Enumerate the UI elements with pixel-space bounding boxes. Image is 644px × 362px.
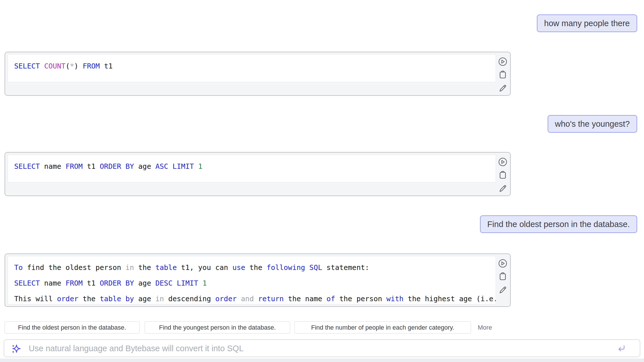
bottom-divider-strip: [0, 359, 644, 362]
clipboard-icon: [498, 170, 508, 180]
user-message-bubble: how many people there: [537, 14, 637, 32]
sql-response-block: To find the oldest person in the table t…: [5, 253, 511, 307]
suggestion-chip-label: Find the number of people in each gender…: [311, 324, 454, 331]
pencil-icon: [498, 83, 508, 93]
response-text-line: To find the oldest person in the table t…: [14, 260, 496, 275]
suggestion-chip-label: Find the oldest person in the database.: [18, 324, 126, 331]
sql-code-line: SELECT name FROM t1 ORDER BY age ASC LIM…: [14, 162, 496, 170]
clipboard-icon: [498, 271, 508, 282]
return-arrow-icon: [616, 350, 626, 354]
sql-code-editor[interactable]: SELECT name FROM t1 ORDER BY age ASC LIM…: [8, 155, 496, 182]
run-query-button[interactable]: [498, 157, 508, 167]
suggestion-chip-youngest[interactable]: Find the youngest person in the database…: [145, 321, 290, 334]
edit-sql-button[interactable]: [498, 83, 508, 93]
play-circle-icon: [498, 57, 508, 67]
nl-query-input[interactable]: [28, 340, 608, 357]
play-circle-icon: [498, 258, 508, 269]
suggestion-chip-label: Find the youngest person in the database…: [159, 324, 276, 331]
play-circle-icon: [498, 157, 508, 167]
sql-code-line: SELECT COUNT(*) FROM t1: [14, 62, 496, 70]
pencil-icon: [498, 285, 508, 295]
user-message-bubble: who's the youngest?: [548, 115, 637, 133]
user-message-text: how many people there: [544, 19, 630, 28]
submit-query-button[interactable]: [616, 344, 626, 353]
sql-code-line: SELECT name FROM t1 ORDER BY age DESC LI…: [14, 275, 496, 291]
pencil-icon: [498, 183, 508, 194]
sql-response-block: SELECT COUNT(*) FROM t1: [5, 52, 511, 96]
user-message-text: Find the oldest person in the database.: [487, 220, 630, 229]
copy-sql-button[interactable]: [498, 170, 508, 180]
copy-sql-button[interactable]: [498, 271, 508, 282]
edit-sql-button[interactable]: [498, 183, 508, 194]
response-text-line: This will order the table by age in desc…: [14, 291, 496, 304]
user-message-text: who's the youngest?: [555, 119, 630, 128]
run-query-button[interactable]: [498, 258, 508, 269]
sparkle-icon: [11, 343, 22, 356]
clipboard-icon: [498, 70, 508, 80]
sql-response-block: SELECT name FROM t1 ORDER BY age ASC LIM…: [5, 152, 511, 196]
user-message-bubble: Find the oldest person in the database.: [480, 215, 637, 233]
copy-sql-button[interactable]: [498, 70, 508, 80]
nl-to-sql-input-container: [4, 339, 640, 357]
suggestion-chip-oldest[interactable]: Find the oldest person in the database.: [5, 321, 140, 334]
run-query-button[interactable]: [498, 57, 508, 67]
sql-code-editor[interactable]: To find the oldest person in the table t…: [8, 256, 496, 304]
sql-code-editor[interactable]: SELECT COUNT(*) FROM t1: [8, 54, 496, 82]
edit-sql-button[interactable]: [498, 285, 508, 295]
suggestion-chip-gender-count[interactable]: Find the number of people in each gender…: [294, 321, 471, 334]
more-suggestions-link[interactable]: More: [478, 321, 492, 334]
